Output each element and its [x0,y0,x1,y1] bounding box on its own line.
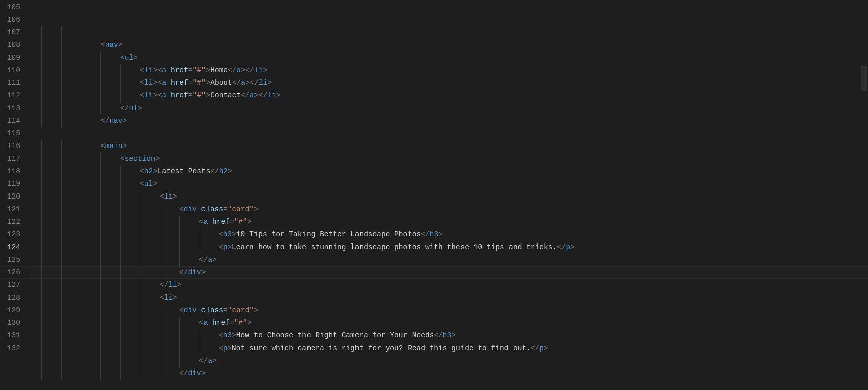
code-line[interactable]: <a href="#"> [30,216,868,228]
line-number: 117 [0,153,20,165]
code-line[interactable]: <main> [30,140,868,153]
code-line[interactable]: <li> [30,190,868,203]
code-line[interactable]: <li> [30,291,868,304]
code-line[interactable]: <li><a href="#">Home</a></li> [30,64,868,77]
line-number: 109 [0,52,20,64]
code-line[interactable]: <section> [30,153,868,165]
line-number: 110 [0,64,20,77]
code-line[interactable]: <div class="card"> [30,203,868,216]
line-number: 108 [0,39,20,52]
line-number: 106 [0,14,20,26]
code-line[interactable]: </nav> [30,115,868,127]
line-number: 112 [0,89,20,102]
line-number-gutter: 1051061071081091101111121131141151161171… [0,0,30,390]
code-line[interactable]: <li><a href="#">Contact</a></li> [30,89,868,102]
line-number: 111 [0,77,20,89]
line-number: 130 [0,317,20,329]
code-line[interactable]: </li> [30,279,868,291]
code-editor[interactable]: 1051061071081091101111121131141151161171… [0,0,868,390]
scrollbar-track[interactable] [861,0,868,390]
line-number: 116 [0,140,20,153]
code-line[interactable]: <nav> [30,39,868,52]
code-line[interactable] [30,127,868,140]
line-number: 128 [0,291,20,304]
code-line[interactable]: <a href="#"> [30,317,868,329]
line-number: 121 [0,203,20,216]
code-line[interactable]: </a> [30,254,868,266]
code-line[interactable]: <li><a href="#">About</a></li> [30,77,868,89]
code-line[interactable]: <ul> [30,178,868,190]
line-number: 122 [0,216,20,228]
line-number: 125 [0,254,20,266]
code-line[interactable]: </div> [30,266,868,279]
code-line[interactable]: <ul> [30,52,868,64]
line-number: 113 [0,102,20,115]
line-number: 119 [0,178,20,190]
code-area[interactable]: <nav><ul><li><a href="#">Home</a></li><l… [30,0,868,390]
code-line[interactable]: <h3>How to Choose the Right Camera for Y… [30,329,868,342]
line-number: 129 [0,304,20,317]
code-line[interactable]: <p>Learn how to take stunning landscape … [30,241,868,254]
line-number: 132 [0,342,20,355]
line-number: 105 [0,1,20,14]
code-line[interactable]: </a> [30,355,868,367]
scrollbar-thumb[interactable] [861,66,867,91]
line-number: 124 [0,241,20,254]
code-line[interactable]: <div class="card"> [30,304,868,317]
line-number: 126 [0,266,20,279]
line-number: 120 [0,190,20,203]
line-number: 114 [0,115,20,127]
code-line[interactable] [30,26,868,39]
code-line[interactable]: </div> [30,367,868,380]
line-number: 131 [0,329,20,342]
code-line[interactable]: </ul> [30,102,868,115]
code-line[interactable]: <h3>10 Tips for Taking Better Landscape … [30,228,868,241]
line-number: 107 [0,26,20,39]
line-number: 123 [0,228,20,241]
code-line[interactable]: <h2>Latest Posts</h2> [30,165,868,178]
line-number: 118 [0,165,20,178]
code-line[interactable]: <p>Not sure which camera is right for yo… [30,342,868,355]
line-number: 127 [0,279,20,291]
line-number: 115 [0,127,20,140]
